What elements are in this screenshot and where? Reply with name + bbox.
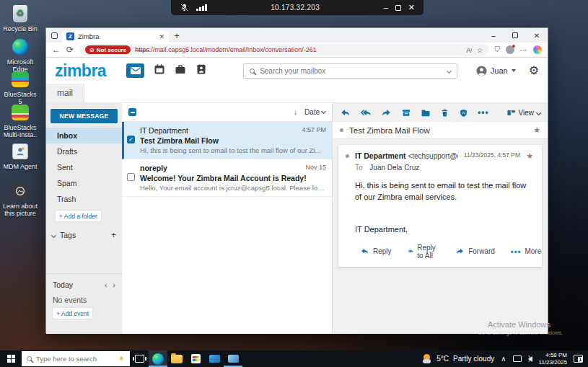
volume-icon[interactable]: [528, 356, 532, 362]
remote-close-button[interactable]: ✕: [408, 4, 415, 12]
desktop-icon-mdm-agent[interactable]: MDM Agent: [1, 142, 39, 170]
message-subject: Welcome! Your Zimbra Mail Account is Rea…: [140, 174, 326, 182]
message-checkbox[interactable]: ✓: [127, 136, 135, 143]
back-icon[interactable]: ←: [52, 45, 61, 54]
profile-avatar-icon[interactable]: [506, 45, 514, 54]
new-message-button[interactable]: NEW MESSAGE: [51, 109, 118, 123]
taskbar-store-button[interactable]: [186, 350, 205, 367]
briefcase-app-icon[interactable]: [175, 63, 186, 78]
folder-inbox[interactable]: Inbox: [46, 128, 122, 143]
weather-widget[interactable]: 5°C Partly cloudy: [423, 354, 494, 363]
desktop-icon-recycle-bin[interactable]: ♻ Recycle Bin: [1, 4, 39, 32]
taskbar-clock[interactable]: 4:58 PM 11/23/2025: [539, 352, 567, 366]
desktop-icon-label: Recycle Bin: [1, 25, 39, 32]
tab-workspaces-icon[interactable]: [46, 28, 62, 43]
landscape-photo-icon: [12, 183, 28, 199]
message-star-icon[interactable]: ★: [526, 151, 533, 161]
forward-icon: [455, 247, 465, 255]
contacts-app-icon[interactable]: [196, 63, 207, 78]
move-to-folder-icon[interactable]: [421, 108, 431, 118]
taskbar-mail-button[interactable]: [205, 350, 224, 367]
taskbar-file-explorer-button[interactable]: [167, 350, 186, 367]
settings-gear-icon[interactable]: ⚙: [529, 65, 539, 76]
no-events-label: No events: [53, 296, 115, 304]
start-button[interactable]: [0, 350, 22, 367]
message-row[interactable]: ✓ IT Department4:57 PM Test Zimbra Mail …: [122, 122, 332, 159]
browser-menu-icon[interactable]: ⋯: [520, 46, 527, 54]
tags-section[interactable]: Tags +: [52, 230, 116, 240]
mail-app-icon[interactable]: [126, 63, 144, 78]
more-button[interactable]: ••• More: [511, 247, 541, 256]
forward-icon[interactable]: [381, 108, 392, 118]
folder-trash[interactable]: Trash: [46, 191, 122, 207]
remote-minimize-button[interactable]: –: [384, 4, 388, 12]
reply-button[interactable]: Reply: [360, 247, 392, 255]
refresh-icon[interactable]: ⟳: [66, 45, 74, 54]
layout-icon: [506, 108, 516, 118]
copilot-icon[interactable]: [533, 45, 542, 54]
read-aloud-icon[interactable]: Aᵎ: [466, 46, 472, 54]
taskbar-app-button[interactable]: [224, 350, 242, 367]
tab-close-icon[interactable]: ✕: [159, 33, 164, 40]
remote-restore-button[interactable]: [395, 5, 401, 11]
calendar-next-icon[interactable]: ›: [113, 280, 115, 289]
url-field[interactable]: ⊘ Not secure https://mail.capsg5.local/m…: [79, 44, 488, 56]
add-event-button[interactable]: + Add event: [53, 308, 92, 319]
select-all-checkbox[interactable]: [128, 108, 136, 116]
spam-shield-icon[interactable]: [459, 108, 468, 118]
mailbox-search-box[interactable]: [243, 63, 457, 79]
zimbra-tabrow: mail: [46, 84, 548, 102]
action-center-icon[interactable]: 1: [574, 355, 583, 363]
more-actions-icon[interactable]: •••: [478, 107, 489, 118]
user-menu[interactable]: Juan: [476, 66, 516, 76]
taskbar-edge-button[interactable]: [149, 350, 167, 367]
message-checkbox[interactable]: [127, 173, 135, 181]
collections-icon[interactable]: ⛉: [495, 45, 501, 54]
folder-sent[interactable]: Sent: [46, 159, 122, 175]
show-hidden-icons-chevron[interactable]: ∧: [501, 355, 506, 363]
window-maximize-button[interactable]: [504, 28, 526, 43]
delete-icon[interactable]: [440, 108, 449, 118]
taskbar-search-input[interactable]: [36, 355, 114, 363]
windows-logo-icon: [7, 355, 15, 363]
search-options-chevron-icon[interactable]: [447, 68, 452, 73]
reply-all-button[interactable]: Reply to All: [408, 244, 440, 260]
sort-direction-icon[interactable]: ↓: [294, 108, 297, 116]
calendar-prev-icon[interactable]: ‹: [105, 280, 107, 289]
tab-mail[interactable]: mail: [46, 84, 84, 102]
search-input[interactable]: [260, 67, 442, 75]
archive-icon[interactable]: [401, 108, 411, 118]
folder-spam[interactable]: Spam: [46, 175, 122, 191]
window-close-button[interactable]: ✕: [526, 28, 548, 43]
weather-temp: 5°C: [436, 355, 449, 363]
folder-drafts[interactable]: Drafts: [46, 143, 122, 159]
favorite-star-icon[interactable]: ☆: [477, 46, 483, 54]
add-folder-button[interactable]: + Add a folder: [56, 211, 101, 221]
message-sender: IT Department: [140, 126, 297, 135]
reply-icon[interactable]: [340, 108, 351, 118]
desktop: 10.173.32.203 – ✕ ♻ Recycle Bin Microsof…: [0, 0, 588, 367]
browser-tab-zimbra[interactable]: Z Zimbra ✕: [62, 30, 169, 43]
desktop-icon-learn-about-picture[interactable]: Learn about this picture: [1, 182, 39, 218]
task-view-button[interactable]: [130, 350, 149, 367]
desktop-icon-microsoft-edge[interactable]: Microsoft Edge: [1, 37, 39, 74]
desktop-icon-bluestacks-5[interactable]: BlueStacks 5: [1, 70, 39, 106]
desktop-icon-label: BlueStacks Multi-Insta..: [1, 124, 39, 139]
calendar-app-icon[interactable]: [154, 63, 165, 78]
add-tag-button[interactable]: +: [111, 230, 116, 240]
sort-by-date[interactable]: Date: [304, 108, 325, 116]
desktop-icon-bluestacks-multi[interactable]: BlueStacks Multi-Insta..: [1, 103, 39, 139]
message-row[interactable]: noreplyNov 15 Welcome! Your Zimbra Mail …: [122, 159, 332, 197]
taskbar-search-box[interactable]: ✦: [22, 351, 130, 366]
star-icon[interactable]: ★: [533, 125, 540, 135]
signal-strength-icon: [196, 4, 207, 11]
window-minimize-button[interactable]: –: [483, 28, 504, 43]
view-menu[interactable]: View: [506, 108, 541, 118]
forward-button[interactable]: Forward: [455, 247, 495, 255]
reply-all-icon[interactable]: [360, 108, 372, 118]
notifications-muted-icon[interactable]: [180, 3, 189, 12]
network-icon[interactable]: [513, 355, 522, 362]
not-secure-badge[interactable]: ⊘ Not secure: [85, 45, 131, 54]
new-tab-button[interactable]: +: [169, 28, 185, 43]
remote-viewer-toolbar: 10.173.32.203 – ✕: [171, 0, 424, 15]
